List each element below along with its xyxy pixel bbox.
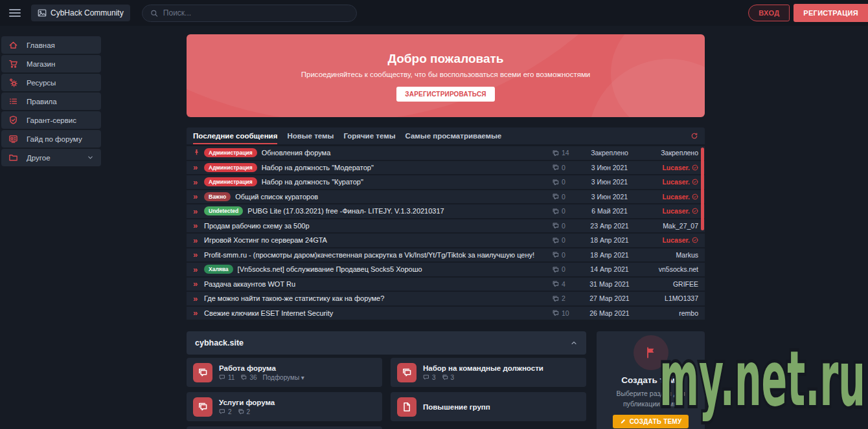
thread-author[interactable]: Mak_27_07 (640, 222, 698, 230)
thread-row[interactable]: » Раздача аккаунтов WOT Ru 4 31 Мар 2021… (187, 278, 705, 291)
thread-title[interactable]: Profit-smm.ru - (просмотры даром)качеств… (204, 251, 552, 259)
thread-row[interactable]: » Игровой Хостинг по серверам 24GTA 0 18… (187, 234, 705, 247)
category-stats: 2 2 ▾ (219, 408, 275, 415)
replies-icon (238, 408, 244, 415)
feed-tab[interactable]: Горячие темы (343, 127, 395, 144)
thread-badge: Администрация (204, 148, 257, 157)
create-topic-button[interactable]: СОЗДАТЬ ТЕМУ (613, 415, 689, 428)
thread-title[interactable]: Продам рабочию схему за 500р (204, 222, 552, 230)
thread-author[interactable]: Lucaser. (640, 164, 698, 171)
sidebar-item-gears[interactable]: Ресурсы (1, 74, 101, 91)
thread-row[interactable]: » Халява [Vn5socks.net] обслуживание Про… (187, 263, 705, 276)
category-icon-box (193, 397, 212, 417)
thread-title[interactable]: [Vn5socks.net] обслуживание Продавец Soc… (238, 265, 552, 273)
thread-row[interactable]: » Где можно найти такою-же статистику ка… (187, 292, 705, 305)
flag-icon-circle (634, 335, 668, 370)
sidebar-item-icon (8, 96, 18, 106)
thread-title[interactable]: Обновления форума (262, 149, 552, 157)
thread-badge: Администрация (204, 163, 257, 172)
comments-icon (219, 408, 225, 415)
subforums-dropdown[interactable]: Подфорумы ▾ (263, 374, 304, 381)
thread-row[interactable]: » Продам рабочию схему за 500р 0 23 Апр … (187, 219, 705, 233)
thread-row[interactable]: » Администрация Набор на должность "Моде… (187, 161, 705, 175)
reply-count-icon (552, 149, 559, 157)
brand-logo[interactable]: CybHack Community (31, 5, 130, 21)
thread-author[interactable]: rembo (640, 309, 698, 317)
thread-title[interactable]: Игровой Хостинг по серверам 24GTA (204, 236, 552, 244)
category-section-title: cybhack.site (195, 338, 244, 347)
thread-title[interactable]: Раздача аккаунтов WOT Ru (204, 280, 552, 288)
category-card[interactable]: ▾ (187, 426, 382, 429)
thread-title[interactable]: Где можно найти такою-же статистику как … (204, 294, 552, 302)
category-title[interactable]: Повышение групп (423, 403, 490, 411)
thread-date: Закреплено (579, 149, 640, 157)
thread-row[interactable]: Администрация Обновления форума 14 Закре… (187, 146, 705, 160)
sidebar-item-guide[interactable]: Гайд по форуму (1, 130, 101, 148)
thread-lead-icon: » (193, 265, 204, 274)
thread-badge: Халява (204, 265, 233, 274)
thread-title[interactable]: Набор на должность "Куратор" (262, 178, 552, 186)
menu-icon[interactable] (9, 9, 21, 17)
thread-date: 31 Мар 2021 (579, 280, 640, 288)
scrollbar-thumb[interactable] (701, 148, 704, 230)
category-section-header[interactable]: cybhack.site (187, 331, 586, 355)
thread-author[interactable]: Закреплено (640, 149, 698, 157)
category-card[interactable]: Работа форума 11 36 Подфорумы ▾ (187, 358, 382, 387)
thread-author[interactable]: Lucaser. (640, 207, 698, 215)
search-box[interactable] (142, 5, 357, 22)
sidebar-item-icon (8, 153, 18, 162)
thread-replies: 0 (552, 207, 579, 215)
sidebar-item-rules[interactable]: Правила (1, 93, 101, 110)
author-name: Markus (676, 251, 698, 259)
thread-replies: 0 (552, 193, 579, 201)
thread-title[interactable]: Набор на должность "Модератор" (262, 164, 552, 171)
thread-author[interactable]: Lucaser. (640, 193, 698, 201)
search-input[interactable] (163, 8, 348, 17)
thread-author[interactable]: Lucaser. (640, 178, 698, 186)
feed-tabs: Последние сообщенияНовые темыГорячие тем… (187, 127, 705, 144)
comments-count: 11 (228, 374, 234, 381)
sidebar-item-label: Ресурсы (27, 79, 56, 87)
replies-icon (240, 374, 247, 380)
feed-tab[interactable]: Самые просматриваемые (405, 127, 502, 144)
replies-count: 36 (249, 374, 257, 381)
thread-author[interactable]: GRIFEE (640, 280, 698, 288)
sidebar-item-home[interactable]: Главная (1, 36, 101, 54)
sidebar-item-folder[interactable]: Другое (1, 149, 101, 166)
login-button[interactable]: ВХОД (748, 5, 790, 21)
category-title[interactable]: Набор на командные должности (423, 364, 543, 372)
thread-author[interactable]: L1MO1337 (640, 294, 698, 302)
category-title[interactable]: Работа форума (219, 364, 304, 372)
thread-author[interactable]: Markus (640, 251, 698, 259)
thread-row[interactable]: » Администрация Набор на должность "Кура… (187, 175, 705, 189)
author-name: L1MO1337 (665, 294, 698, 302)
reply-count-icon (552, 208, 559, 215)
thread-replies: 0 (552, 236, 579, 244)
category-card[interactable]: Услуги форума 2 2 ▾ (187, 392, 382, 421)
thread-author[interactable]: vn5socks.net (640, 265, 698, 273)
category-card[interactable]: Повышение групп ▾ (391, 392, 586, 421)
comments-count: 3 (432, 374, 436, 381)
feed-tab[interactable]: Последние сообщения (193, 127, 277, 144)
thread-row[interactable]: » Свежие ключики ESET Internet Security … (187, 307, 705, 320)
thread-replies: 4 (552, 280, 579, 288)
thread-row[interactable]: » Важно Общий список кураторов 0 3 Июн 2… (187, 190, 705, 204)
thread-row[interactable]: » Undetected PUBG Lite (17.03.2021) free… (187, 204, 705, 218)
refresh-icon[interactable] (691, 132, 698, 140)
thread-title[interactable]: PUBG Lite (17.03.2021) free -Финал- LITE… (247, 207, 552, 215)
register-button[interactable]: РЕГИСТРАЦИЯ (794, 4, 868, 22)
thread-title[interactable]: Общий список кураторов (235, 193, 552, 201)
thread-title[interactable]: Свежие ключики ESET Internet Security (204, 309, 552, 317)
collapse-icon[interactable] (570, 339, 578, 347)
sidebar-item-shield[interactable]: Гарант-сервис (1, 111, 101, 129)
feed-tab[interactable]: Новые темы (287, 127, 334, 144)
thread-author[interactable]: Lucaser. (640, 236, 698, 244)
category-grid: Работа форума 11 36 Подфорумы ▾ Набор на… (187, 358, 586, 429)
author-name: Lucaser. (662, 178, 690, 186)
reply-count-icon (552, 164, 559, 171)
register-cta-button[interactable]: ЗАРЕГИСТРИРОВАТЬСЯ (396, 87, 494, 102)
sidebar-item-cart[interactable]: Магазин (1, 55, 101, 72)
category-title[interactable]: Услуги форума (219, 399, 275, 406)
thread-row[interactable]: » Profit-smm.ru - (просмотры даром)качес… (187, 248, 705, 262)
category-card[interactable]: Набор на командные должности 3 3 ▾ (391, 358, 586, 387)
